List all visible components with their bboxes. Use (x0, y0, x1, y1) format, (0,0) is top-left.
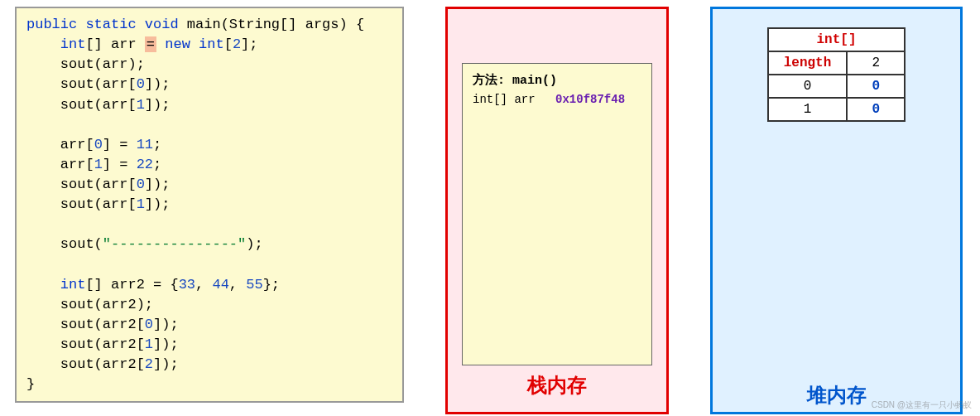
code-line: sout(arr2[2]); (26, 355, 392, 375)
var-address: 0x10f87f48 (555, 93, 625, 106)
heap-length-value: 2 (847, 51, 905, 75)
heap-row: 10 (768, 98, 906, 121)
code-line: sout(arr2[0]); (26, 315, 392, 335)
code-line: public static void main(String[] args) { (26, 15, 392, 35)
heap-type-header: int[] (768, 28, 906, 51)
stack-method-line: 方法: main() (473, 72, 641, 88)
heap-row: 00 (768, 75, 906, 98)
var-name: arr (514, 93, 535, 106)
heap-length-label: length (768, 51, 848, 75)
heap-object-table: int[] length 2 0010 (767, 27, 906, 122)
code-line: sout(arr[1]); (26, 195, 392, 215)
method-name: main() (512, 74, 557, 88)
code-line: int[] arr = new int[2]; (26, 35, 392, 55)
code-line: sout(arr[1]); (26, 95, 392, 115)
code-panel: public static void main(String[] args) {… (15, 7, 404, 403)
code-line: sout(arr2); (26, 295, 392, 315)
code-line (26, 255, 392, 275)
stack-variable-line: int[] arr 0x10f87f48 (473, 93, 641, 106)
code-line: sout("---------------"); (26, 235, 392, 254)
code-line: int[] arr2 = {33, 44, 55}; (26, 275, 392, 295)
stack-title: 栈内存 (527, 372, 587, 399)
code-line: arr[0] = 11; (26, 135, 392, 155)
code-line (26, 215, 392, 235)
heap-title: 堆内存 (807, 382, 867, 409)
code-line: sout(arr2[1]); (26, 335, 392, 355)
stack-memory-panel: 方法: main() int[] arr 0x10f87f48 栈内存 (445, 7, 669, 414)
stack-frame-box: 方法: main() int[] arr 0x10f87f48 (462, 63, 652, 365)
heap-value: 0 (847, 98, 905, 121)
method-label: 方法: (473, 74, 505, 88)
heap-value: 0 (847, 75, 905, 98)
code-line: sout(arr); (26, 55, 392, 75)
var-type: int[] (473, 93, 507, 106)
heap-index: 1 (768, 98, 848, 121)
code-line: arr[1] = 22; (26, 155, 392, 175)
code-line (26, 115, 392, 135)
heap-index: 0 (768, 75, 848, 98)
code-line: } (26, 375, 392, 394)
heap-memory-panel: int[] length 2 0010 堆内存 (710, 7, 963, 414)
code-line: sout(arr[0]); (26, 175, 392, 195)
code-line: sout(arr[0]); (26, 75, 392, 94)
watermark: CSDN @这里有一只小蚂蚁 (872, 399, 972, 411)
